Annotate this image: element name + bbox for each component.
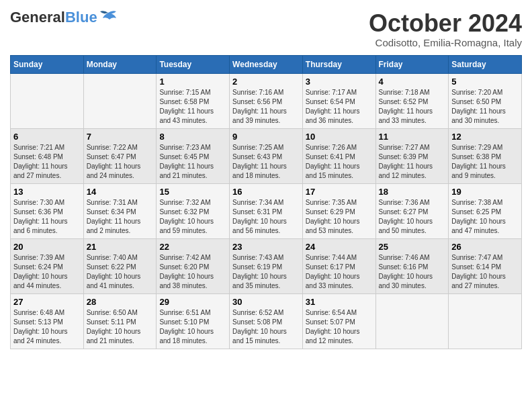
day-number: 29	[159, 297, 226, 307]
calendar-week-5: 27Sunrise: 6:48 AMSunset: 5:13 PMDayligh…	[11, 293, 522, 349]
title-block: October 2024 Codisotto, Emilia-Romagna, …	[369, 10, 522, 48]
calendar-week-3: 13Sunrise: 7:30 AMSunset: 6:36 PMDayligh…	[11, 183, 522, 238]
calendar-cell: 27Sunrise: 6:48 AMSunset: 5:13 PMDayligh…	[11, 293, 84, 349]
calendar-cell: 30Sunrise: 6:52 AMSunset: 5:08 PMDayligh…	[230, 293, 303, 349]
calendar-cell: 3Sunrise: 7:17 AMSunset: 6:54 PMDaylight…	[302, 73, 375, 128]
calendar-week-4: 20Sunrise: 7:39 AMSunset: 6:24 PMDayligh…	[11, 238, 522, 293]
header-cell-wednesday: Wednesday	[230, 55, 303, 73]
day-info: Sunrise: 7:31 AMSunset: 6:34 PMDaylight:…	[87, 198, 154, 236]
day-info: Sunrise: 7:23 AMSunset: 6:45 PMDaylight:…	[159, 143, 226, 181]
calendar-cell: 11Sunrise: 7:27 AMSunset: 6:39 PMDayligh…	[375, 128, 449, 183]
day-number: 26	[451, 242, 519, 252]
day-number: 24	[306, 242, 373, 252]
calendar-cell: 21Sunrise: 7:40 AMSunset: 6:22 PMDayligh…	[83, 238, 157, 293]
day-number: 1	[159, 77, 226, 87]
day-info: Sunrise: 7:32 AMSunset: 6:32 PMDaylight:…	[159, 198, 226, 236]
logo-bird-icon	[99, 10, 118, 25]
day-number: 17	[306, 187, 373, 197]
calendar-cell: 26Sunrise: 7:47 AMSunset: 6:14 PMDayligh…	[449, 238, 522, 293]
calendar-cell: 23Sunrise: 7:43 AMSunset: 6:19 PMDayligh…	[230, 238, 303, 293]
day-number: 18	[379, 187, 446, 197]
day-info: Sunrise: 7:29 AMSunset: 6:38 PMDaylight:…	[451, 143, 519, 181]
calendar-header: SundayMondayTuesdayWednesdayThursdayFrid…	[11, 55, 522, 73]
day-number: 7	[87, 132, 154, 142]
calendar-cell	[449, 293, 522, 349]
calendar-cell: 17Sunrise: 7:35 AMSunset: 6:29 PMDayligh…	[302, 183, 375, 238]
day-info: Sunrise: 7:18 AMSunset: 6:52 PMDaylight:…	[379, 88, 446, 126]
day-info: Sunrise: 7:38 AMSunset: 6:25 PMDaylight:…	[451, 198, 519, 236]
calendar-cell: 8Sunrise: 7:23 AMSunset: 6:45 PMDaylight…	[157, 128, 230, 183]
calendar-body: 1Sunrise: 7:15 AMSunset: 6:58 PMDaylight…	[11, 73, 522, 349]
calendar-cell: 24Sunrise: 7:44 AMSunset: 6:17 PMDayligh…	[302, 238, 375, 293]
day-number: 27	[13, 297, 81, 307]
day-info: Sunrise: 7:30 AMSunset: 6:36 PMDaylight:…	[13, 198, 81, 236]
header-cell-sunday: Sunday	[11, 55, 84, 73]
day-number: 10	[306, 132, 373, 142]
day-number: 3	[306, 77, 373, 87]
day-number: 21	[87, 242, 154, 252]
day-info: Sunrise: 7:46 AMSunset: 6:16 PMDaylight:…	[379, 253, 446, 291]
day-number: 22	[159, 242, 226, 252]
calendar-cell: 29Sunrise: 6:51 AMSunset: 5:10 PMDayligh…	[157, 293, 230, 349]
day-info: Sunrise: 7:20 AMSunset: 6:50 PMDaylight:…	[451, 88, 519, 126]
calendar-cell: 9Sunrise: 7:25 AMSunset: 6:43 PMDaylight…	[230, 128, 303, 183]
day-info: Sunrise: 7:47 AMSunset: 6:14 PMDaylight:…	[451, 253, 519, 291]
day-number: 16	[232, 187, 300, 197]
day-info: Sunrise: 7:15 AMSunset: 6:58 PMDaylight:…	[159, 88, 226, 126]
day-info: Sunrise: 7:17 AMSunset: 6:54 PMDaylight:…	[306, 88, 373, 126]
calendar-cell: 1Sunrise: 7:15 AMSunset: 6:58 PMDaylight…	[157, 73, 230, 128]
day-info: Sunrise: 7:16 AMSunset: 6:56 PMDaylight:…	[232, 88, 300, 126]
calendar-cell: 5Sunrise: 7:20 AMSunset: 6:50 PMDaylight…	[449, 73, 522, 128]
month-title: October 2024	[369, 10, 522, 37]
day-info: Sunrise: 6:54 AMSunset: 5:07 PMDaylight:…	[306, 308, 373, 346]
day-number: 30	[232, 297, 300, 307]
header-cell-tuesday: Tuesday	[157, 55, 230, 73]
header-row: SundayMondayTuesdayWednesdayThursdayFrid…	[11, 55, 522, 73]
calendar-week-1: 1Sunrise: 7:15 AMSunset: 6:58 PMDaylight…	[11, 73, 522, 128]
day-number: 6	[13, 132, 81, 142]
day-info: Sunrise: 6:51 AMSunset: 5:10 PMDaylight:…	[159, 308, 226, 346]
day-info: Sunrise: 7:27 AMSunset: 6:39 PMDaylight:…	[379, 143, 446, 181]
header-cell-thursday: Thursday	[302, 55, 375, 73]
calendar-cell: 7Sunrise: 7:22 AMSunset: 6:47 PMDaylight…	[83, 128, 157, 183]
calendar-cell	[83, 73, 157, 128]
day-info: Sunrise: 7:39 AMSunset: 6:24 PMDaylight:…	[13, 253, 81, 291]
day-info: Sunrise: 7:35 AMSunset: 6:29 PMDaylight:…	[306, 198, 373, 236]
calendar-cell: 2Sunrise: 7:16 AMSunset: 6:56 PMDaylight…	[230, 73, 303, 128]
logo-general: GeneralBlue	[10, 10, 97, 25]
day-number: 2	[232, 77, 300, 87]
day-info: Sunrise: 7:43 AMSunset: 6:19 PMDaylight:…	[232, 253, 300, 291]
day-number: 20	[13, 242, 81, 252]
calendar-cell: 14Sunrise: 7:31 AMSunset: 6:34 PMDayligh…	[83, 183, 157, 238]
day-number: 14	[87, 187, 154, 197]
calendar-table: SundayMondayTuesdayWednesdayThursdayFrid…	[10, 55, 522, 349]
day-number: 31	[306, 297, 373, 307]
calendar-week-2: 6Sunrise: 7:21 AMSunset: 6:48 PMDaylight…	[11, 128, 522, 183]
day-number: 8	[159, 132, 226, 142]
calendar-cell: 31Sunrise: 6:54 AMSunset: 5:07 PMDayligh…	[302, 293, 375, 349]
calendar-cell: 15Sunrise: 7:32 AMSunset: 6:32 PMDayligh…	[157, 183, 230, 238]
calendar-cell: 19Sunrise: 7:38 AMSunset: 6:25 PMDayligh…	[449, 183, 522, 238]
calendar-cell: 10Sunrise: 7:26 AMSunset: 6:41 PMDayligh…	[302, 128, 375, 183]
day-info: Sunrise: 7:36 AMSunset: 6:27 PMDaylight:…	[379, 198, 446, 236]
location-subtitle: Codisotto, Emilia-Romagna, Italy	[369, 37, 522, 48]
day-info: Sunrise: 7:21 AMSunset: 6:48 PMDaylight:…	[13, 143, 81, 181]
day-number: 13	[13, 187, 81, 197]
day-number: 5	[451, 77, 519, 87]
day-info: Sunrise: 6:50 AMSunset: 5:11 PMDaylight:…	[87, 308, 154, 346]
page-header: GeneralBlue October 2024 Codisotto, Emil…	[10, 10, 522, 48]
calendar-cell: 12Sunrise: 7:29 AMSunset: 6:38 PMDayligh…	[449, 128, 522, 183]
day-number: 19	[451, 187, 519, 197]
calendar-cell: 13Sunrise: 7:30 AMSunset: 6:36 PMDayligh…	[11, 183, 84, 238]
header-cell-friday: Friday	[375, 55, 449, 73]
calendar-cell	[375, 293, 449, 349]
calendar-cell: 18Sunrise: 7:36 AMSunset: 6:27 PMDayligh…	[375, 183, 449, 238]
day-number: 25	[379, 242, 446, 252]
logo: GeneralBlue	[10, 10, 118, 25]
day-info: Sunrise: 7:34 AMSunset: 6:31 PMDaylight:…	[232, 198, 300, 236]
calendar-cell: 28Sunrise: 6:50 AMSunset: 5:11 PMDayligh…	[83, 293, 157, 349]
day-info: Sunrise: 7:42 AMSunset: 6:20 PMDaylight:…	[159, 253, 226, 291]
day-number: 28	[87, 297, 154, 307]
day-info: Sunrise: 7:25 AMSunset: 6:43 PMDaylight:…	[232, 143, 300, 181]
header-cell-monday: Monday	[83, 55, 157, 73]
